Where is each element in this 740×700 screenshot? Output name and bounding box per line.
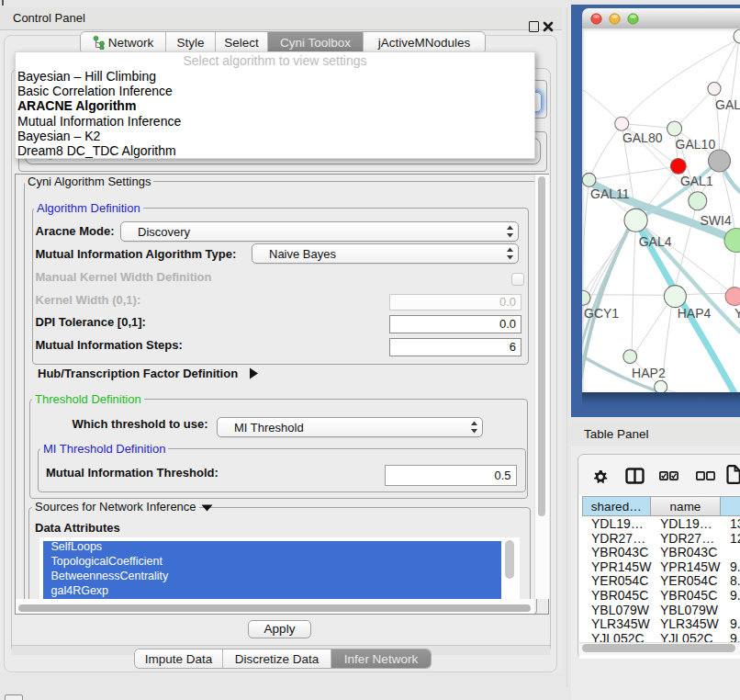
svg-text:GAL1: GAL1 (680, 174, 713, 188)
svg-text:Y: Y (734, 306, 740, 321)
svg-text:GAL80: GAL80 (622, 130, 663, 145)
svg-text:GAL: GAL (715, 97, 740, 112)
svg-text:SWI4: SWI4 (701, 213, 732, 228)
svg-text:GAL4: GAL4 (639, 234, 672, 249)
svg-text:HAP4: HAP4 (678, 306, 712, 321)
svg-text:GAL10: GAL10 (676, 137, 716, 152)
svg-text:HAP2: HAP2 (632, 366, 666, 380)
svg-text:GCY1: GCY1 (584, 306, 619, 321)
svg-text:GAL11: GAL11 (590, 186, 630, 201)
